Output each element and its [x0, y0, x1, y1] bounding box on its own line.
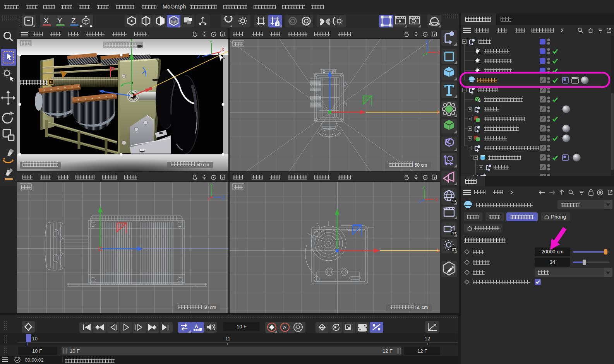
svg-text:X: X — [208, 197, 210, 201]
svg-text:Y: Y — [422, 185, 425, 190]
svg-text:Z: Z — [418, 200, 421, 204]
svg-text:12 F: 12 F — [417, 348, 427, 354]
svg-text:Y: Y — [57, 17, 62, 25]
svg-text:12 F: 12 F — [382, 348, 393, 354]
svg-text:Y: Y — [422, 53, 425, 57]
svg-text:10 F: 10 F — [70, 348, 80, 354]
svg-text:Y: Y — [209, 39, 213, 44]
svg-text:12: 12 — [425, 336, 430, 342]
svg-text:Z: Z — [222, 195, 225, 200]
svg-text:A: A — [283, 325, 286, 330]
svg-text:A: A — [195, 324, 198, 329]
svg-text:11: 11 — [225, 336, 230, 342]
svg-text:00:00:02: 00:00:02 — [25, 357, 44, 363]
svg-text:Z: Z — [197, 54, 200, 59]
svg-text:ST: ST — [452, 231, 457, 235]
svg-text:Z: Z — [71, 17, 76, 25]
svg-text:Y: Y — [210, 183, 213, 188]
svg-text:10 F: 10 F — [32, 348, 42, 354]
svg-text:ST: ST — [452, 248, 456, 251]
svg-text:Z: Z — [425, 39, 428, 44]
svg-text:X: X — [437, 50, 440, 55]
svg-text:X: X — [221, 47, 225, 52]
svg-text:10 F: 10 F — [237, 324, 247, 330]
svg-text:10: 10 — [32, 336, 38, 342]
svg-text:X: X — [435, 197, 438, 202]
svg-text:X: X — [44, 17, 49, 25]
